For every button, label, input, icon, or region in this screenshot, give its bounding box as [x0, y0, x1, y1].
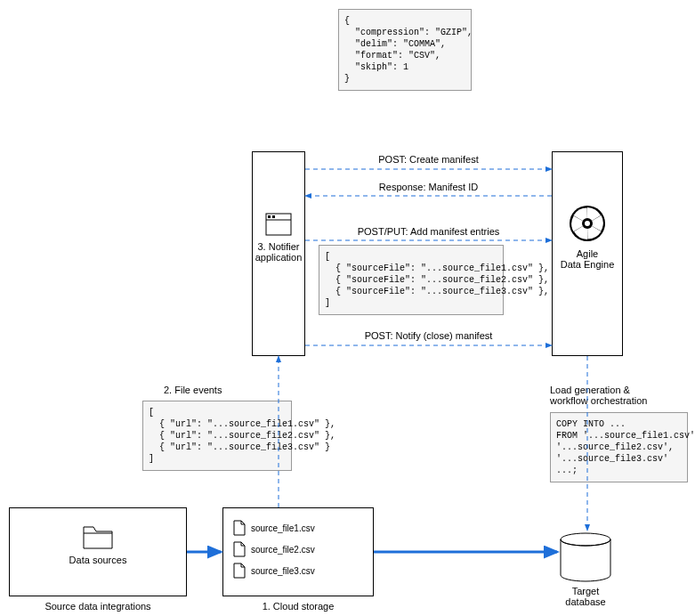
label-file-events: 2. File events [164, 385, 222, 395]
data-sources-box: Data sources [9, 507, 187, 596]
file-item: source_file3.csv [233, 563, 315, 579]
folder-icon [83, 524, 113, 549]
code-box-compression: { "compression": "GZIP", "delim": "COMMA… [338, 9, 472, 91]
label-target-db: Target database [550, 586, 621, 607]
file-icon [233, 541, 246, 557]
svg-rect-2 [268, 215, 271, 218]
file-name: source_file3.csv [251, 566, 315, 576]
code-box-file-events: [ { "url": "...source_file1.csv" }, { "u… [142, 401, 292, 471]
svg-rect-3 [272, 215, 275, 218]
notifier-box: 3. Notifier application [252, 151, 305, 356]
svg-point-6 [585, 221, 590, 226]
label-source-integrations: Source data integrations [9, 601, 187, 612]
data-sources-label: Data sources [10, 555, 186, 565]
file-item: source_file1.csv [233, 520, 315, 536]
label-load-gen: Load generation & workflow orchestration [550, 385, 675, 406]
label-cloud-storage: 1. Cloud storage [222, 601, 374, 612]
file-icon [233, 520, 246, 536]
agile-box: Agile Data Engine [552, 151, 623, 356]
file-icon [233, 563, 246, 579]
app-window-icon [265, 213, 292, 236]
agile-label-2: Data Engine [553, 259, 622, 270]
code-box-manifest-entries: [ { "sourceFile": "...source_file1.csv" … [319, 245, 504, 315]
notifier-label-2: application [253, 252, 304, 263]
file-item: source_file2.csv [233, 541, 315, 557]
file-name: source_file2.csv [251, 545, 315, 555]
label-post-put: POST/PUT: Add manifest entries [305, 226, 552, 237]
label-post-create: POST: Create manifest [305, 154, 552, 165]
code-box-copy: COPY INTO ... FROM '...source_file1.csv'… [550, 412, 688, 482]
label-notify: POST: Notify (close) manifest [305, 330, 552, 341]
label-response: Response: Manifest ID [305, 182, 552, 192]
file-name: source_file1.csv [251, 523, 315, 533]
agile-engine-icon [568, 204, 607, 243]
target-db-icon [559, 532, 612, 586]
agile-label-1: Agile [553, 248, 622, 259]
notifier-label-1: 3. Notifier [253, 241, 304, 252]
